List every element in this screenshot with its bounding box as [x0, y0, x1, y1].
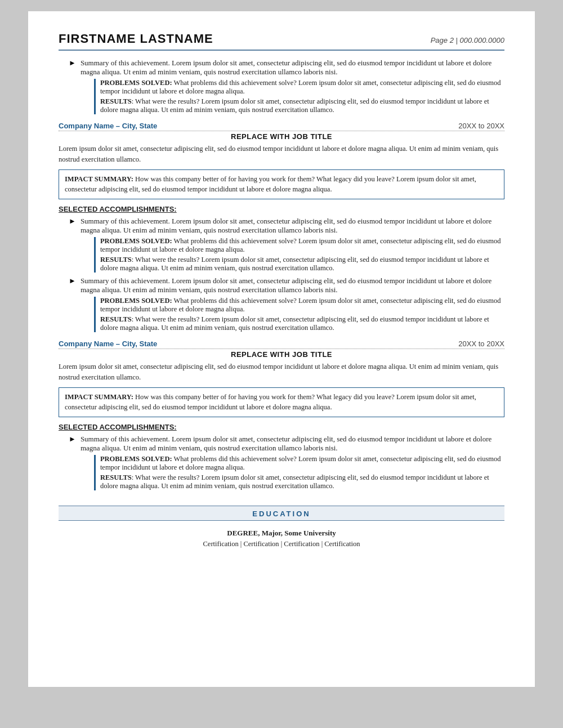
accomplishments-heading-1: SELECTED ACCOMPLISHMENTS: — [59, 205, 504, 213]
bullet-text-1-1: Summary of this achievement. Lorem ipsum… — [81, 217, 504, 274]
intro-results: RESULTS: What were the results? Lorem ip… — [100, 97, 504, 114]
bullet-arrow-icon: ► — [69, 435, 76, 444]
header-meta: Page 2 | 000.000.0000 — [431, 36, 504, 44]
problems-2-1: PROBLEMS SOLVED: What problems did this … — [100, 455, 504, 472]
bullet-arrow-icon: ► — [69, 59, 76, 68]
bullet-text-1-2: Summary of this achievement. Lorem ipsum… — [81, 276, 504, 334]
impact-box-1: IMPACT SUMMARY: How was this company bet… — [59, 169, 504, 200]
job-title-2: REPLACE WITH JOB TITLE — [59, 350, 504, 359]
accomplishments-bullets-1: ► Summary of this achievement. Lorem ips… — [69, 217, 504, 334]
results-text-1-1: : What were the results? Lorem ipsum dol… — [100, 256, 489, 272]
company-line-2: Company Name – City, State 20XX to 20XX — [59, 340, 504, 349]
intro-sub-block: PROBLEMS SOLVED: What problems did this … — [94, 79, 504, 114]
degree-line: DEGREE, Major, Some University — [59, 529, 504, 538]
problems-label-1-1: PROBLEMS SOLVED: — [100, 237, 172, 245]
header-name: FIRSTNAME LASTNAME — [59, 32, 213, 46]
intro-bullet-block: ► Summary of this achievement. Lorem ips… — [69, 59, 504, 116]
bullet-summary-2-1: Summary of this achievement. Lorem ipsum… — [81, 435, 491, 452]
results-label-1-1: RESULTS — [100, 256, 132, 263]
impact-label-2: IMPACT SUMMARY: — [65, 393, 133, 401]
bullet-item-1-1: ► Summary of this achievement. Lorem ips… — [69, 217, 504, 274]
results-1-1: RESULTS: What were the results? Lorem ip… — [100, 256, 504, 273]
bullet-arrow-icon: ► — [69, 217, 76, 226]
problems-1-2: PROBLEMS SOLVED: What problems did this … — [100, 297, 504, 314]
job-section-1: Company Name – City, State 20XX to 20XX … — [59, 122, 504, 334]
job-section-2: Company Name – City, State 20XX to 20XX … — [59, 340, 504, 492]
results-text-2-1: : What were the results? Lorem ipsum dol… — [100, 474, 489, 490]
results-label-2-1: RESULTS — [100, 474, 132, 481]
company-line-1: Company Name – City, State 20XX to 20XX — [59, 122, 504, 131]
intro-problems-label: PROBLEMS SOLVED: — [100, 79, 172, 87]
problems-label-2-1: PROBLEMS SOLVED: — [100, 455, 172, 463]
bullet-summary-1-2: Summary of this achievement. Lorem ipsum… — [81, 276, 491, 294]
job-summary-1: Lorem ipsum dolor sit amet, consectetur … — [59, 144, 504, 165]
company-date-1: 20XX to 20XX — [458, 122, 504, 130]
intro-bullet-item: ► Summary of this achievement. Lorem ips… — [69, 59, 504, 116]
company-date-2: 20XX to 20XX — [458, 340, 504, 348]
intro-problems: PROBLEMS SOLVED: What problems did this … — [100, 79, 504, 96]
problems-1-1: PROBLEMS SOLVED: What problems did this … — [100, 237, 504, 254]
job-title-1: REPLACE WITH JOB TITLE — [59, 132, 504, 141]
problems-label-1-2: PROBLEMS SOLVED: — [100, 297, 172, 305]
bullet-item-2-1: ► Summary of this achievement. Lorem ips… — [69, 435, 504, 492]
bullet-item-1-2: ► Summary of this achievement. Lorem ips… — [69, 276, 504, 334]
bullet-arrow-icon: ► — [69, 276, 76, 285]
intro-summary: Summary of this achievement. Lorem ipsum… — [81, 59, 491, 76]
intro-bullet-text: Summary of this achievement. Lorem ipsum… — [81, 59, 504, 116]
company-name-2: Company Name – City, State — [59, 340, 157, 348]
bullet-summary-1-1: Summary of this achievement. Lorem ipsum… — [81, 217, 491, 234]
accomplishments-heading-2: SELECTED ACCOMPLISHMENTS: — [59, 423, 504, 431]
results-1-2: RESULTS: What were the results? Lorem ip… — [100, 315, 504, 332]
resume-page: FIRSTNAME LASTNAME Page 2 | 000.000.0000… — [28, 11, 535, 687]
cert-line: Certification | Certification | Certific… — [59, 540, 504, 548]
accomplishments-bullets-2: ► Summary of this achievement. Lorem ips… — [69, 435, 504, 492]
intro-results-label: RESULTS — [100, 97, 132, 105]
education-title: EDUCATION — [59, 510, 504, 518]
bullet-text-2-1: Summary of this achievement. Lorem ipsum… — [81, 435, 504, 492]
impact-label-1: IMPACT SUMMARY: — [65, 175, 133, 183]
intro-results-text: : What were the results? Lorem ipsum dol… — [100, 97, 489, 114]
impact-box-2: IMPACT SUMMARY: How was this company bet… — [59, 387, 504, 418]
sub-block-1-2: PROBLEMS SOLVED: What problems did this … — [94, 297, 504, 332]
job-summary-2: Lorem ipsum dolor sit amet, consectetur … — [59, 361, 504, 383]
header: FIRSTNAME LASTNAME Page 2 | 000.000.0000 — [59, 32, 504, 51]
sub-block-2-1: PROBLEMS SOLVED: What problems did this … — [94, 455, 504, 490]
education-section: EDUCATION — [59, 506, 504, 521]
company-name-1: Company Name – City, State — [59, 122, 157, 130]
sub-block-1-1: PROBLEMS SOLVED: What problems did this … — [94, 237, 504, 273]
results-2-1: RESULTS: What were the results? Lorem ip… — [100, 474, 504, 490]
results-label-1-2: RESULTS — [100, 315, 132, 323]
results-text-1-2: : What were the results? Lorem ipsum dol… — [100, 315, 489, 332]
